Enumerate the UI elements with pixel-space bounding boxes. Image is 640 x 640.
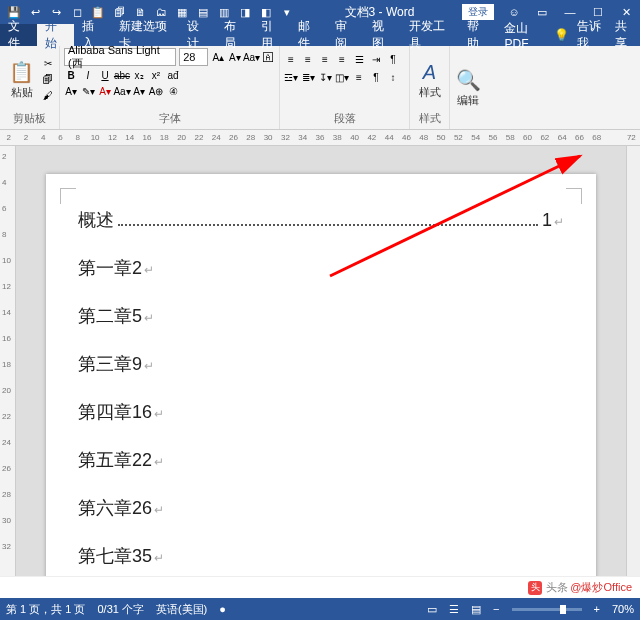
status-words[interactable]: 0/31 个字 <box>97 602 143 617</box>
line-spacing-icon[interactable]: ≡ <box>352 70 366 84</box>
ruler-tick: 28 <box>242 133 259 142</box>
toc-entry[interactable]: 第七章35↵ <box>78 544 564 568</box>
tab-view[interactable]: 视图 <box>364 24 401 46</box>
phonetic-button[interactable]: ađ <box>166 68 180 82</box>
tab-developer[interactable]: 开发工具 <box>401 24 459 46</box>
grow-font-icon[interactable]: A▴ <box>211 50 225 64</box>
strike-button[interactable]: abc <box>115 68 129 82</box>
tab-mailings[interactable]: 邮件 <box>290 24 327 46</box>
scrollbar-vertical[interactable] <box>626 146 640 576</box>
toc-entry[interactable]: 第二章5↵ <box>78 304 564 328</box>
toc-title: 第七章 <box>78 544 132 568</box>
ruler-tick: 32 <box>2 542 11 551</box>
char-shading-icon[interactable]: Aa▾ <box>115 84 129 98</box>
zoom-level[interactable]: 70% <box>612 603 634 615</box>
tab-references[interactable]: 引用 <box>253 24 290 46</box>
toc-page-number: 2 <box>132 258 142 279</box>
bullets-icon[interactable]: ≡ <box>284 52 298 66</box>
underline-button[interactable]: U <box>98 68 112 82</box>
change-case-icon[interactable]: Aa▾ <box>245 50 259 64</box>
shrink-font-icon[interactable]: A▾ <box>228 50 242 64</box>
ruler-tick: 50 <box>432 133 449 142</box>
format-painter-icon[interactable]: 🖌 <box>41 89 55 103</box>
ruler-vertical[interactable]: 2468101214161820222426283032 <box>0 146 16 576</box>
tab-file[interactable]: 文件 <box>0 24 37 46</box>
font-name-select[interactable]: Alibaba Sans Light (西 <box>64 48 176 66</box>
tellme-icon[interactable]: 💡 <box>554 28 569 42</box>
multilevel-icon[interactable]: ≡ <box>318 52 332 66</box>
toc-page-number: 9 <box>132 354 142 375</box>
ruler-horizontal[interactable]: 2246810121416182022242628303234363840424… <box>0 130 640 146</box>
tab-design[interactable]: 设计 <box>179 24 216 46</box>
superscript-button[interactable]: x² <box>149 68 163 82</box>
highlight-icon[interactable]: ✎▾ <box>81 84 95 98</box>
editing-button[interactable]: 🔍 编辑 <box>454 48 482 127</box>
cut-icon[interactable]: ✂ <box>41 57 55 71</box>
toc-entry[interactable]: 第六章26↵ <box>78 496 564 520</box>
zoom-slider[interactable] <box>512 608 582 611</box>
numbering-icon[interactable]: ≡ <box>301 52 315 66</box>
ruler-tick: 52 <box>450 133 467 142</box>
ruler-tick: 66 <box>571 133 588 142</box>
increase-indent-icon[interactable]: ☰ <box>352 52 366 66</box>
justify-icon[interactable]: ◫▾ <box>335 70 349 84</box>
toc-title: 概述 <box>78 208 114 232</box>
group-styles: A 样式 样式 <box>410 46 450 129</box>
clear-format-icon[interactable]: 🄰 <box>262 50 276 64</box>
ruler-tick: 64 <box>554 133 571 142</box>
share-button[interactable]: 共享 <box>615 18 634 52</box>
ruler-tick: 20 <box>2 386 11 395</box>
toc-entry[interactable]: 第三章9↵ <box>78 352 564 376</box>
zoom-thumb[interactable] <box>560 605 566 614</box>
ruler-tick: 42 <box>363 133 380 142</box>
view-print-icon[interactable]: ▭ <box>427 603 437 616</box>
align-right-icon[interactable]: ↧▾ <box>318 70 332 84</box>
ruler-tick: 4 <box>35 133 52 142</box>
view-read-icon[interactable]: ☰ <box>449 603 459 616</box>
enclose-char-icon[interactable]: A⊕ <box>149 84 163 98</box>
toc-page-number: 35 <box>132 546 152 567</box>
ruler-tick: 2 <box>2 152 6 161</box>
zoom-in-button[interactable]: + <box>594 603 600 615</box>
document-area: 2468101214161820222426283032 概述1↵第一章2↵第二… <box>0 146 640 576</box>
paste-button[interactable]: 📋 粘贴 <box>4 48 39 111</box>
borders-icon[interactable]: ↕ <box>386 70 400 84</box>
decrease-indent-icon[interactable]: ≡ <box>335 52 349 66</box>
font-size-select[interactable]: 28 <box>179 48 208 66</box>
char-border-icon[interactable]: A▾ <box>132 84 146 98</box>
tellme-label[interactable]: 告诉我 <box>577 18 606 52</box>
view-web-icon[interactable]: ▤ <box>471 603 481 616</box>
toc-entry[interactable]: 第一章2↵ <box>78 256 564 280</box>
circled-icon[interactable]: ④ <box>166 84 180 98</box>
show-marks-icon[interactable]: ¶ <box>386 52 400 66</box>
status-record-icon[interactable]: ● <box>219 603 226 615</box>
page[interactable]: 概述1↵第一章2↵第二章5↵第三章9↵第四章16↵第五章22↵第六章26↵第七章… <box>46 174 596 576</box>
toc-entry[interactable]: 第四章16↵ <box>78 400 564 424</box>
tab-help[interactable]: 帮助 <box>459 24 496 46</box>
status-language[interactable]: 英语(美国) <box>156 602 207 617</box>
bold-button[interactable]: B <box>64 68 78 82</box>
font-color-icon[interactable]: A▾ <box>98 84 112 98</box>
styles-button[interactable]: A 样式 <box>414 48 445 111</box>
group-clipboard: 📋 粘贴 ✂ 🗐 🖌 剪贴板 <box>0 46 60 129</box>
subscript-button[interactable]: x₂ <box>132 68 146 82</box>
paragraph-mark-icon: ↵ <box>554 215 564 229</box>
italic-button[interactable]: I <box>81 68 95 82</box>
status-page[interactable]: 第 1 页，共 1 页 <box>6 602 85 617</box>
tab-review[interactable]: 审阅 <box>327 24 364 46</box>
toc-entry[interactable]: 概述1↵ <box>78 208 564 232</box>
align-center-icon[interactable]: ≣▾ <box>301 70 315 84</box>
toc-title: 第二章 <box>78 304 132 328</box>
toc-title: 第四章 <box>78 400 132 424</box>
sort-icon[interactable]: ⇥ <box>369 52 383 66</box>
toc-entry[interactable]: 第五章22↵ <box>78 448 564 472</box>
shading-icon[interactable]: ¶ <box>369 70 383 84</box>
align-left-icon[interactable]: ☲▾ <box>284 70 298 84</box>
ruler-tick: 20 <box>173 133 190 142</box>
zoom-out-button[interactable]: − <box>493 603 499 615</box>
text-effects-icon[interactable]: A▾ <box>64 84 78 98</box>
copy-icon[interactable]: 🗐 <box>41 73 55 87</box>
ruler-tick: 14 <box>121 133 138 142</box>
tab-layout[interactable]: 布局 <box>216 24 253 46</box>
tab-kingsoft-pdf[interactable]: 金山PDF <box>496 24 554 46</box>
